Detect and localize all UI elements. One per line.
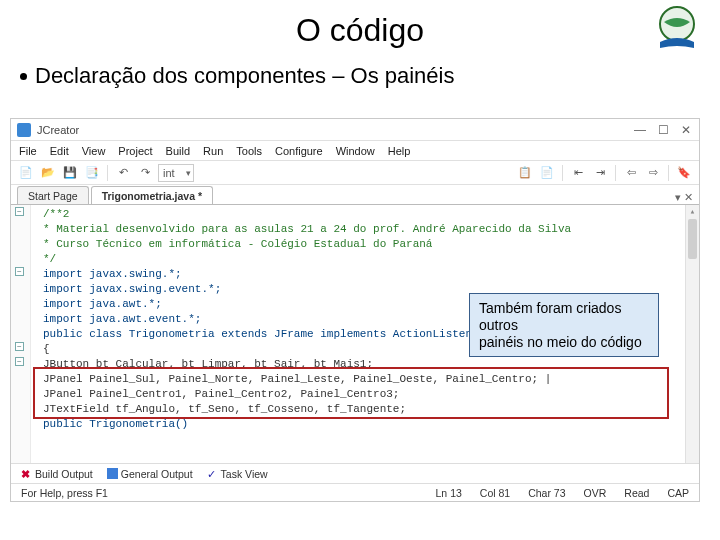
status-help: For Help, press F1 xyxy=(17,487,112,499)
code-line: public Trigonometria() xyxy=(43,417,699,432)
window-controls: — ☐ ✕ xyxy=(634,123,691,137)
tabbar-dropdown-icon[interactable]: ▾ ✕ xyxy=(675,191,693,204)
menu-help[interactable]: Help xyxy=(388,145,411,157)
open-icon[interactable]: 📂 xyxy=(39,164,57,182)
minimize-button[interactable]: — xyxy=(634,123,646,137)
app-icon xyxy=(17,123,31,137)
save-icon[interactable]: 💾 xyxy=(61,164,79,182)
paste-icon[interactable]: 📄 xyxy=(538,164,556,182)
code-line: JPanel Painel_Sul, Painel_Norte, Painel_… xyxy=(43,372,699,387)
separator xyxy=(668,165,669,181)
bullet-text: Declaração dos componentes – Os painéis xyxy=(35,63,454,89)
tab-start-page[interactable]: Start Page xyxy=(17,186,89,204)
menu-project[interactable]: Project xyxy=(118,145,152,157)
code-line: * Material desenvolvido para as asulas 2… xyxy=(43,222,699,237)
ide-window: JCreator — ☐ ✕ File Edit View Project Bu… xyxy=(10,118,700,502)
tab-general-output[interactable]: General Output xyxy=(103,468,197,480)
menu-window[interactable]: Window xyxy=(336,145,375,157)
tab-label: Task View xyxy=(221,468,268,480)
tab-label: Build Output xyxy=(35,468,93,480)
status-char: Char 73 xyxy=(524,487,569,499)
menubar: File Edit View Project Build Run Tools C… xyxy=(11,141,699,161)
editor-tabbar: Start Page Trigonometria.java * ▾ ✕ xyxy=(11,185,699,205)
bullet-item: Declaração dos componentes – Os painéis xyxy=(20,63,700,89)
institution-logo xyxy=(654,4,700,50)
menu-file[interactable]: File xyxy=(19,145,37,157)
code-line: JPanel Painel_Centro1, Painel_Centro2, P… xyxy=(43,387,699,402)
tab-label: Start Page xyxy=(28,190,78,202)
save-all-icon[interactable]: 📑 xyxy=(83,164,101,182)
undo-icon[interactable]: ↶ xyxy=(114,164,132,182)
bookmark-icon[interactable]: 🔖 xyxy=(675,164,693,182)
status-read: Read xyxy=(620,487,653,499)
status-caps: CAP xyxy=(663,487,693,499)
fold-icon[interactable]: − xyxy=(15,207,24,216)
code-line: JButton bt_Calcular, bt_Limpar, bt_Sair,… xyxy=(43,357,699,372)
menu-build[interactable]: Build xyxy=(166,145,190,157)
separator xyxy=(562,165,563,181)
fold-icon[interactable]: − xyxy=(15,357,24,366)
maximize-button[interactable]: ☐ xyxy=(658,123,669,137)
gutter: − − − − xyxy=(11,205,31,463)
statusbar: For Help, press F1 Ln 13 Col 81 Char 73 … xyxy=(11,483,699,501)
slide-title: O código xyxy=(20,12,700,49)
nav-back-icon[interactable]: ⇦ xyxy=(622,164,640,182)
tab-build-output[interactable]: ✖ Build Output xyxy=(17,468,97,480)
error-icon: ✖ xyxy=(21,468,32,479)
scroll-up-icon[interactable]: ▴ xyxy=(686,205,699,219)
redo-icon[interactable]: ↷ xyxy=(136,164,154,182)
status-ovr: OVR xyxy=(580,487,611,499)
scrollbar-thumb[interactable] xyxy=(688,219,697,259)
menu-configure[interactable]: Configure xyxy=(275,145,323,157)
app-name: JCreator xyxy=(37,124,628,136)
menu-run[interactable]: Run xyxy=(203,145,223,157)
vertical-scrollbar[interactable]: ▴ xyxy=(685,205,699,463)
code-line: import javax.swing.*; xyxy=(43,267,699,282)
callout-line2: painéis no meio do código xyxy=(479,334,649,351)
code-line: */ xyxy=(43,252,699,267)
tab-trigonometria[interactable]: Trigonometria.java * xyxy=(91,186,213,204)
copy-icon[interactable]: 📋 xyxy=(516,164,534,182)
bullet-dot xyxy=(20,73,27,80)
toolbar: 📄 📂 💾 📑 ↶ ↷ int 📋 📄 ⇤ ⇥ ⇦ ⇨ 🔖 xyxy=(11,161,699,185)
menu-view[interactable]: View xyxy=(82,145,106,157)
menu-tools[interactable]: Tools xyxy=(236,145,262,157)
tab-task-view[interactable]: ✓ Task View xyxy=(203,468,272,480)
code-editor[interactable]: − − − − /**2 * Material desenvolvido par… xyxy=(11,205,699,463)
dropdown-value: int xyxy=(163,167,175,179)
outdent-icon[interactable]: ⇤ xyxy=(569,164,587,182)
status-col: Col 81 xyxy=(476,487,514,499)
close-button[interactable]: ✕ xyxy=(681,123,691,137)
type-dropdown[interactable]: int xyxy=(158,164,194,182)
bottom-panel-tabs: ✖ Build Output General Output ✓ Task Vie… xyxy=(11,463,699,483)
separator xyxy=(107,165,108,181)
code-line: JTextField tf_Angulo, tf_Seno, tf_Cossen… xyxy=(43,402,699,417)
annotation-callout: Também foram criados outros painéis no m… xyxy=(469,293,659,357)
tab-label: General Output xyxy=(121,468,193,480)
menu-edit[interactable]: Edit xyxy=(50,145,69,157)
fold-icon[interactable]: − xyxy=(15,267,24,276)
new-file-icon[interactable]: 📄 xyxy=(17,164,35,182)
callout-line1: Também foram criados outros xyxy=(479,300,649,334)
code-line: /**2 xyxy=(43,207,699,222)
titlebar: JCreator — ☐ ✕ xyxy=(11,119,699,141)
fold-icon[interactable]: − xyxy=(15,342,24,351)
separator xyxy=(615,165,616,181)
indent-icon[interactable]: ⇥ xyxy=(591,164,609,182)
code-line: * Curso Técnico em informática - Colégio… xyxy=(43,237,699,252)
tab-label: Trigonometria.java * xyxy=(102,190,202,202)
output-icon xyxy=(107,468,118,479)
nav-forward-icon[interactable]: ⇨ xyxy=(644,164,662,182)
task-icon: ✓ xyxy=(207,468,218,479)
status-ln: Ln 13 xyxy=(432,487,466,499)
